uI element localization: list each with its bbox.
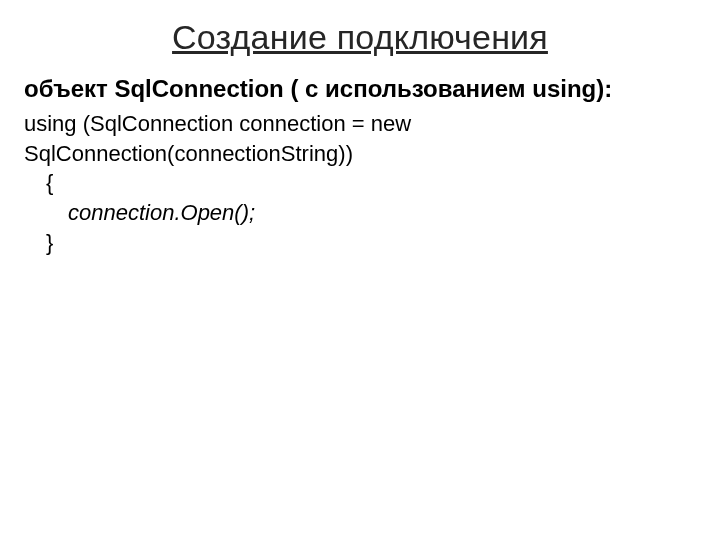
code-open-brace: { bbox=[24, 168, 696, 198]
slide-title: Создание подключения bbox=[24, 18, 696, 57]
code-line-using: using (SqlConnection connection = new Sq… bbox=[24, 109, 696, 168]
subtitle-text: объект SqlConnection ( с использованием … bbox=[24, 75, 696, 103]
code-close-brace: } bbox=[24, 228, 696, 258]
code-body: connection.Open(); bbox=[24, 198, 696, 228]
